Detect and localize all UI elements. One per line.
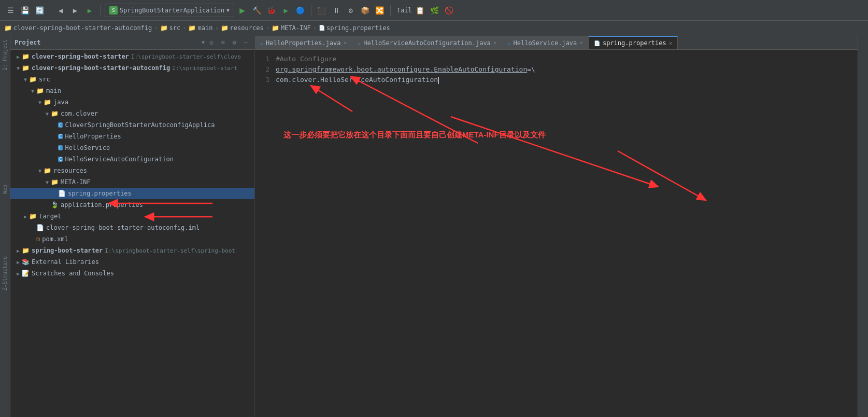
tree-item-main[interactable]: ▼ 📁 main <box>10 85 254 96</box>
tree-item-clover-starter[interactable]: ▶ 📁 clover-spring-boot-starter I:\spring… <box>10 51 254 62</box>
tree-item-iml[interactable]: 📄 clover-spring-boot-starter-autoconfig.… <box>10 222 254 233</box>
breadcrumb-resources[interactable]: 📁 resources <box>221 24 264 32</box>
src-folder-icon: 📁 <box>160 24 168 32</box>
settings-tree-btn[interactable]: ⚙ <box>230 38 239 47</box>
menu-file-btn[interactable]: ☰ <box>4 4 17 17</box>
sdk-btn[interactable]: 📦 <box>359 4 372 17</box>
tree-item-resources[interactable]: ▼ 📁 resources <box>10 165 254 176</box>
breadcrumb-module[interactable]: 📁 clover-spring-boot-starter-autoconfig <box>4 24 152 32</box>
tree-label-1: clover-spring-boot-starter-autoconfig <box>32 64 170 72</box>
forward-btn[interactable]: ▶ <box>69 4 81 17</box>
settings-btn[interactable]: ⚙ <box>345 4 357 17</box>
sync-btn[interactable]: 🔄 <box>33 4 46 17</box>
tree-item-scratches[interactable]: ▶ 📝 Scratches and Consoles <box>10 268 254 279</box>
tree-item-clover-app[interactable]: C CloverSpringBootStarterAutoconfigAppli… <box>10 119 254 131</box>
profile-btn[interactable]: 🔵 <box>294 4 307 17</box>
tree-item-hello-autoconfig[interactable]: C HelloServiceAutoConfiguration <box>10 154 254 165</box>
tab-hello-autoconfig[interactable]: ☕ HelloServiceAutoConfiguration.java × <box>352 36 502 49</box>
project-side-label[interactable]: 1: Project <box>2 39 8 71</box>
tree-label-src: src <box>39 76 50 83</box>
tab-label-springprops: spring.properties <box>603 39 666 47</box>
breadcrumb-src[interactable]: 📁 src <box>160 24 181 32</box>
tree-item-hello-props[interactable]: C HelloProperties <box>10 131 254 142</box>
tab-close-helloservice[interactable]: × <box>579 39 583 46</box>
breadcrumb-resources-label: resources <box>230 24 264 32</box>
tree-path-sbs: I:\springboot-starter-self\spring-boot <box>105 247 235 254</box>
folder-icon-main: 📁 <box>36 87 44 94</box>
save-btn[interactable]: 💾 <box>19 4 31 17</box>
stop-btn[interactable]: ⬛ <box>316 4 328 17</box>
hide-panel-btn[interactable]: — <box>241 38 250 47</box>
main-layout: 1: Project Web Z-Structure Project ▼ ◎ ≡… <box>0 35 868 417</box>
class-icon-autoconf: C <box>58 157 63 162</box>
pause-btn[interactable]: ⏸ <box>330 4 343 17</box>
folder-icon-target: 📁 <box>29 213 37 220</box>
project-header: Project ▼ ◎ ≡ ⚙ — <box>10 35 254 50</box>
vcs-btn[interactable]: 🔀 <box>374 4 386 17</box>
tail-btn[interactable]: 📋 <box>414 4 426 17</box>
tree-item-app-props[interactable]: 🍃 application.properties <box>10 199 254 211</box>
run-config-icon: S <box>109 6 118 15</box>
expand-icon-17: ▶ <box>15 248 22 254</box>
expand-icon-11: ▼ <box>44 179 51 185</box>
annotation-text: 这一步必须要把它放在这个目录下面而且要自己创建META-INF目录以及文件 <box>283 130 546 140</box>
no-btn[interactable]: 🚫 <box>443 4 456 17</box>
tree-label-helloprops: HelloProperties <box>65 133 121 140</box>
tab-hello-props[interactable]: ☕ HelloProperties.java × <box>255 36 352 49</box>
tree-label-target: target <box>39 213 61 220</box>
tree-item-target[interactable]: ▶ 📁 target <box>10 211 254 222</box>
tree-item-spring-props[interactable]: 📄 spring.properties <box>10 188 254 199</box>
web-side-label[interactable]: Web <box>2 185 8 194</box>
tab-close-autoconf[interactable]: × <box>493 39 497 46</box>
class-icon-app: C <box>58 122 63 128</box>
breadcrumb-sep-3: › <box>215 24 218 32</box>
tree-item-ext-libs[interactable]: ▶ 📚 External Libraries <box>10 256 254 268</box>
tab-hello-service[interactable]: ☕ HelloService.java × <box>502 36 588 49</box>
tree-item-com-clover[interactable]: ▼ 📁 com.clover <box>10 108 254 119</box>
tree-item-metainf[interactable]: ▼ 📁 META-INF <box>10 176 254 188</box>
run-config-selector[interactable]: S SpringBootStarterApplication ▼ <box>105 4 234 17</box>
tree-item-hello-service[interactable]: C HelloService <box>10 142 254 154</box>
expand-icon-1: ▼ <box>15 65 22 71</box>
tree-label-scratches: Scratches and Consoles <box>32 270 114 277</box>
tab-icon-springprops: 📄 <box>594 40 600 46</box>
class-icon-helloprops: C <box>58 134 63 139</box>
project-tree: ▶ 📁 clover-spring-boot-starter I:\spring… <box>10 50 254 417</box>
svg-line-1 <box>618 151 706 200</box>
locate-file-btn[interactable]: ◎ <box>207 38 216 47</box>
code-area[interactable]: #Auto Configure org.springframework.boot… <box>276 54 858 85</box>
tree-item-src[interactable]: ▼ 📁 src <box>10 74 254 85</box>
code-value-3: com.clover.HelloServiceAutoConfiguration <box>276 76 438 84</box>
tab-spring-props[interactable]: 📄 spring.properties × <box>589 36 678 49</box>
breadcrumb-metainf[interactable]: 📁 META-INF <box>272 24 311 32</box>
tab-label-helloservice: HelloService.java <box>513 39 577 47</box>
breadcrumb-main[interactable]: 📁 main <box>188 24 212 32</box>
line-numbers: 1 2 3 <box>255 54 274 85</box>
breadcrumb-file[interactable]: 📄 spring.properties <box>319 24 390 32</box>
expand-icon-14: ▶ <box>22 214 29 219</box>
build-btn[interactable]: 🔨 <box>251 4 263 17</box>
tab-close-springprops[interactable]: × <box>669 40 673 47</box>
run-recent-btn[interactable]: ▶ <box>83 4 96 17</box>
main-folder-icon: 📁 <box>188 24 196 32</box>
collapse-btn[interactable]: ≡ <box>218 38 227 47</box>
zstructure-side-label[interactable]: Z-Structure <box>2 256 8 290</box>
theme-btn[interactable]: 🌿 <box>429 4 441 17</box>
file-icon-iml: 📄 <box>36 224 44 231</box>
tree-item-spring-boot-starter[interactable]: ▶ 📁 spring-boot-starter I:\springboot-st… <box>10 245 254 256</box>
tree-label-extlibs: External Libraries <box>32 258 99 266</box>
debug-btn[interactable]: 🐞 <box>265 4 278 17</box>
tail-label: Tail <box>397 7 412 14</box>
tree-item-autoconfig[interactable]: ▼ 📁 clover-spring-boot-starter-autoconfi… <box>10 62 254 74</box>
expand-icon-18: ▶ <box>15 259 22 265</box>
breadcrumb-sep-1: › <box>154 24 158 32</box>
tab-icon-autoconf: ☕ <box>358 40 361 46</box>
back-btn[interactable]: ◀ <box>54 4 67 17</box>
tab-close-helloprops[interactable]: × <box>344 39 347 46</box>
tree-item-pom[interactable]: m pom.xml <box>10 233 254 245</box>
run-btn[interactable]: ▶ <box>236 4 249 17</box>
coverage-btn[interactable]: ▶ <box>280 4 292 17</box>
tree-item-java[interactable]: ▼ 📁 java <box>10 96 254 108</box>
folder-icon-scratches: 📝 <box>22 270 30 277</box>
file-icon-springprops: 📄 <box>58 190 66 197</box>
